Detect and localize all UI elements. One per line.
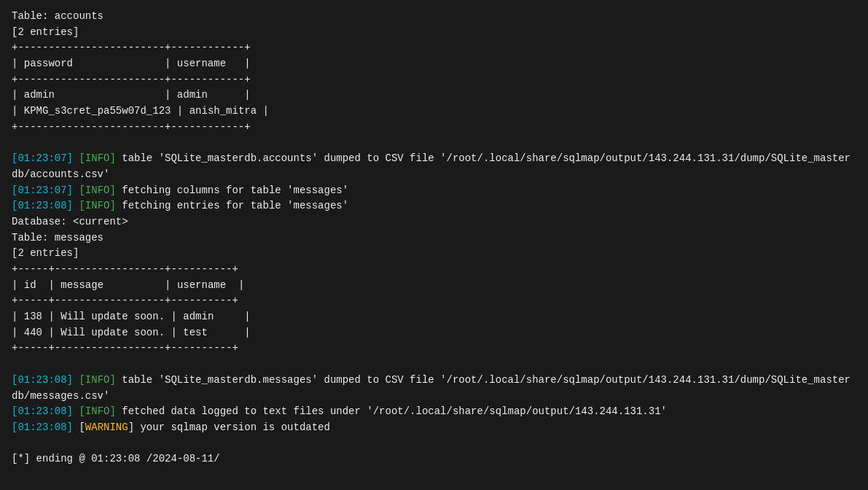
- log-fetch-entries-messages: [01:23:08] [INFO] fetching entries for t…: [12, 198, 856, 214]
- log-fetched-logged: [01:23:08] [INFO] fetched data logged to…: [12, 404, 856, 420]
- messages-border-mid: +-----+------------------+----------+: [12, 293, 856, 309]
- messages-entries-count: [2 entries]: [12, 246, 856, 262]
- database-current-label: Database: <current>: [12, 214, 856, 230]
- log-messages-dumped: [01:23:08] [INFO] table 'SQLite_masterdb…: [12, 373, 856, 404]
- log-warning-outdated: [01:23:08] [WARNING] your sqlmap version…: [12, 420, 856, 436]
- spacer-1: [12, 136, 856, 152]
- spacer-3: [12, 436, 856, 452]
- accounts-col-header: | password | username |: [12, 56, 856, 72]
- spacer-2: [12, 357, 856, 373]
- ending-line: [*] ending @ 01:23:08 /2024-08-11/: [12, 451, 856, 467]
- log-accounts-dumped: [01:23:07] [INFO] table 'SQLite_masterdb…: [12, 151, 856, 182]
- accounts-row-1: | admin | admin |: [12, 88, 856, 104]
- messages-table-label: Table: messages: [12, 230, 856, 246]
- accounts-border-bot: +------------------------+------------+: [12, 120, 856, 136]
- log-fetch-columns-messages: [01:23:07] [INFO] fetching columns for t…: [12, 183, 856, 199]
- accounts-row-2: | KPMG_s3cret_pa55w07d_123 | anish_mitra…: [12, 104, 856, 120]
- messages-border-bot: +-----+------------------+----------+: [12, 341, 856, 357]
- accounts-border-mid: +------------------------+------------+: [12, 72, 856, 88]
- messages-border-top: +-----+------------------+----------+: [12, 262, 856, 278]
- terminal: Table: accounts [2 entries] +-----------…: [12, 9, 856, 467]
- messages-row-2: | 440 | Will update soon. | test |: [12, 325, 856, 341]
- accounts-table-label: Table: accounts: [12, 9, 856, 25]
- accounts-entries-count: [2 entries]: [12, 25, 856, 41]
- messages-col-header: | id | message | username |: [12, 278, 856, 294]
- messages-row-1: | 138 | Will update soon. | admin |: [12, 309, 856, 325]
- accounts-border-top: +------------------------+------------+: [12, 40, 856, 56]
